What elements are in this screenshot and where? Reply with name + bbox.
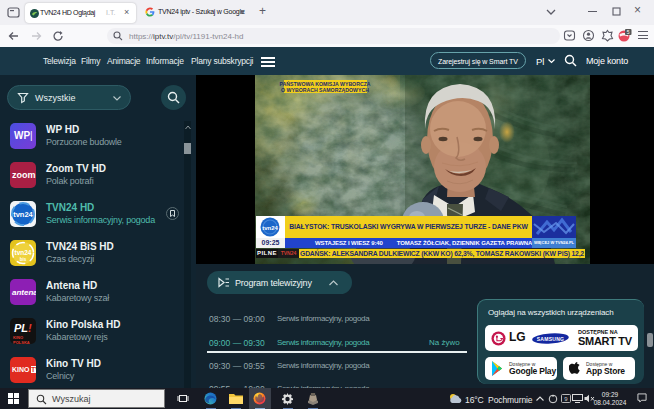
svg-text:9: 9 <box>564 396 568 402</box>
svg-text:O WYBORACH SAMORZĄDOWYCH: O WYBORACH SAMORZĄDOWYCH <box>281 87 369 93</box>
svg-text:tvn24: tvn24 <box>13 210 33 219</box>
svg-text:PAŃSTWOWA KOMISJA WYBORCZA: PAŃSTWOWA KOMISJA WYBORCZA <box>279 80 370 87</box>
svg-text:bis: bis <box>20 257 27 262</box>
svg-text:tvn24: tvn24 <box>262 225 278 231</box>
svg-text:SAMSUNG: SAMSUNG <box>537 336 565 342</box>
svg-text:5: 5 <box>627 29 630 35</box>
svg-text:tvn24: tvn24 <box>15 249 32 256</box>
